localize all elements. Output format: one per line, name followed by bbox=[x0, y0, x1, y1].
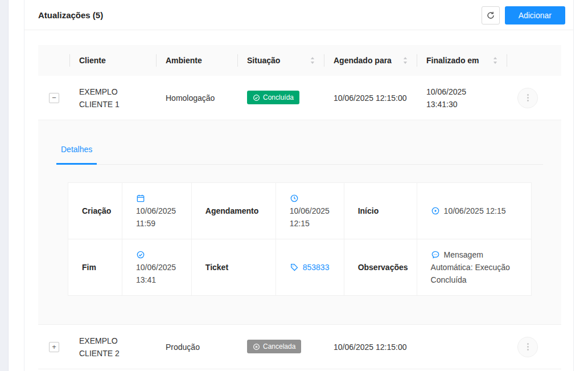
situacao-cell: Cancelada bbox=[238, 333, 324, 361]
detail-value: 10/06/2025 13:41 bbox=[122, 239, 191, 296]
page: Atualizações (5) Adicionar C bbox=[0, 0, 588, 371]
situacao-cell: Concluída bbox=[238, 84, 324, 112]
detail-value: 853833 bbox=[276, 239, 344, 296]
updates-table: Cliente Ambiente Situação Agendado para bbox=[38, 45, 561, 369]
page-left-gutter bbox=[0, 0, 9, 371]
table-row: − EXEMPLO CLIENTE 1 Homologação Concluíd… bbox=[38, 76, 561, 120]
refresh-button[interactable] bbox=[482, 6, 500, 25]
add-button[interactable]: Adicionar bbox=[505, 6, 565, 25]
ambiente-cell: Homologação bbox=[157, 85, 238, 111]
cliente-cell: EXEMPLO CLIENTE 1 bbox=[70, 79, 157, 117]
header-actions: Adicionar bbox=[482, 6, 565, 25]
actions-cell bbox=[507, 81, 561, 115]
detail-value-text: 10/06/2025 13:41 bbox=[136, 263, 176, 284]
detail-value: 10/06/2025 12:15 bbox=[417, 183, 531, 239]
expanded-detail-panel: Detalhes Criação bbox=[38, 120, 561, 325]
detail-label: Agendamento bbox=[191, 183, 276, 239]
check-circle-icon bbox=[136, 250, 145, 259]
header-label: Agendado para bbox=[334, 56, 392, 65]
tab-detalhes[interactable]: Detalhes bbox=[56, 143, 97, 164]
status-badge: Cancelada bbox=[247, 340, 301, 353]
ellipsis-vertical-icon bbox=[527, 94, 529, 96]
tab-label: Detalhes bbox=[61, 145, 92, 154]
detail-value-text: 10/06/2025 11:59 bbox=[136, 206, 176, 228]
header-agendado-para[interactable]: Agendado para bbox=[324, 45, 417, 76]
table-row: + EXEMPLO CLIENTE 2 Produção Cancelada 1… bbox=[38, 325, 561, 369]
actions-cell bbox=[507, 330, 561, 364]
expand-cell: − bbox=[38, 86, 70, 110]
close-circle-icon bbox=[253, 343, 260, 350]
ambiente-cell: Produção bbox=[157, 334, 238, 360]
agendado-cell: 10/06/2025 12:15:00 bbox=[324, 334, 417, 360]
collapse-row-button[interactable]: − bbox=[49, 93, 59, 103]
detail-label: Início bbox=[344, 183, 417, 239]
detail-value-text: 10/06/2025 12:15 bbox=[444, 206, 506, 215]
card-header: Atualizações (5) Adicionar bbox=[24, 0, 573, 30]
sort-icon[interactable] bbox=[492, 56, 498, 64]
table-header-row: Cliente Ambiente Situação Agendado para bbox=[38, 45, 561, 76]
detail-value: 10/06/2025 11:59 bbox=[122, 183, 191, 239]
check-circle-icon bbox=[253, 94, 260, 101]
header-cliente: Cliente bbox=[70, 45, 157, 76]
sort-icon[interactable] bbox=[402, 56, 408, 64]
detail-label: Criação bbox=[68, 183, 122, 239]
finalizado-cell: 10/06/2025 13:41:30 bbox=[417, 79, 507, 117]
header-label: Ambiente bbox=[166, 56, 202, 65]
detail-label: Fim bbox=[68, 239, 122, 296]
header-situacao[interactable]: Situação bbox=[238, 45, 324, 76]
updates-card: Atualizações (5) Adicionar C bbox=[24, 0, 574, 371]
header-label: Finalizado em bbox=[426, 56, 479, 65]
sort-icon[interactable] bbox=[310, 56, 315, 64]
active-tab-indicator bbox=[56, 163, 97, 165]
detail-value-text: 10/06/2025 12:15 bbox=[290, 206, 330, 228]
calendar-icon bbox=[136, 194, 145, 203]
header-ambiente: Ambiente bbox=[157, 45, 238, 76]
status-label: Concluída bbox=[263, 91, 294, 104]
ellipsis-vertical-icon bbox=[527, 343, 529, 345]
status-label: Cancelada bbox=[263, 340, 295, 353]
status-badge: Concluída bbox=[247, 91, 299, 104]
message-icon bbox=[431, 250, 440, 259]
agendado-cell: 10/06/2025 12:15:00 bbox=[324, 85, 417, 111]
clock-icon bbox=[290, 194, 299, 203]
expand-cell: + bbox=[38, 335, 70, 359]
row-more-button[interactable] bbox=[517, 88, 538, 108]
header-label: Cliente bbox=[79, 56, 106, 65]
detail-value: 10/06/2025 12:15 bbox=[276, 183, 344, 239]
cliente-cell: EXEMPLO CLIENTE 2 bbox=[70, 328, 157, 366]
detail-grid: Criação 10/06/2025 11:59 Agendamento bbox=[68, 182, 532, 296]
detail-value-text: Mensagem Automática: Execução Concluída bbox=[431, 250, 510, 284]
tag-icon bbox=[290, 263, 299, 272]
detail-label: Observações bbox=[344, 239, 417, 296]
page-title: Atualizações (5) bbox=[38, 10, 103, 20]
header-label: Situação bbox=[247, 56, 280, 65]
detail-tabs: Detalhes bbox=[56, 143, 543, 165]
refresh-icon bbox=[486, 11, 495, 20]
expand-row-button[interactable]: + bbox=[49, 342, 59, 352]
row-more-button[interactable] bbox=[517, 337, 538, 357]
header-expand-column bbox=[38, 45, 70, 76]
ticket-link[interactable]: 853833 bbox=[303, 263, 330, 272]
play-circle-icon bbox=[431, 206, 440, 215]
detail-label: Ticket bbox=[191, 239, 276, 296]
detail-value: Mensagem Automática: Execução Concluída bbox=[417, 239, 531, 296]
header-finalizado-em[interactable]: Finalizado em bbox=[417, 45, 507, 76]
finalizado-cell bbox=[417, 340, 507, 354]
header-actions-column bbox=[507, 45, 561, 76]
